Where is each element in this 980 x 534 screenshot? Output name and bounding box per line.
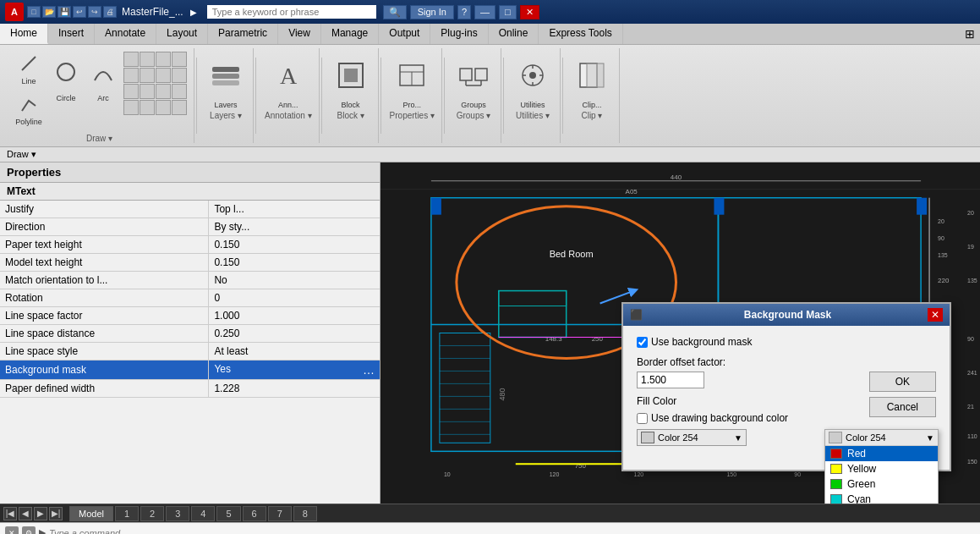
small-icon-12[interactable]	[172, 84, 187, 99]
search-icon[interactable]: 🔍	[383, 5, 407, 19]
tab-output[interactable]: Output	[379, 24, 430, 44]
color-option-cyan[interactable]: Cyan	[825, 492, 938, 504]
tab-1[interactable]: 1	[115, 506, 139, 521]
ribbon-expand-btn[interactable]: ⊞	[960, 24, 980, 44]
arrow-icon[interactable]: ▶	[190, 8, 197, 17]
ribbon-item-circle[interactable]: Circle	[49, 48, 83, 104]
tab-home[interactable]: Home	[0, 24, 48, 44]
property-row-1[interactable]: DirectionBy sty...	[0, 218, 380, 236]
small-icon-10[interactable]	[140, 84, 155, 99]
color-option-green[interactable]: Green	[825, 476, 938, 492]
cad-canvas[interactable]: 440 220 340 Bed Room	[381, 162, 980, 504]
small-icon-15[interactable]	[156, 100, 171, 115]
tab-insert[interactable]: Insert	[48, 24, 95, 44]
prop-action-9[interactable]: …	[363, 363, 375, 377]
dialog-close-btn[interactable]: ✕	[928, 308, 943, 322]
tab-model[interactable]: Model	[69, 506, 113, 521]
border-offset-input[interactable]	[637, 372, 704, 388]
small-icon-7[interactable]	[156, 68, 171, 83]
color-select-btn[interactable]: Color 254 ▼	[637, 429, 747, 446]
tab-online[interactable]: Online	[489, 24, 539, 44]
save-btn[interactable]: 💾	[57, 6, 71, 18]
print-btn[interactable]: 🖨	[103, 6, 117, 18]
tab-view[interactable]: View	[278, 24, 321, 44]
property-row-2[interactable]: Paper text height0.150	[0, 236, 380, 254]
property-row-3[interactable]: Model text height0.150	[0, 254, 380, 272]
command-settings-icon[interactable]: ⚙	[22, 526, 36, 535]
tab-3[interactable]: 3	[166, 506, 189, 521]
ribbon-item-properties[interactable]: Pro...	[391, 48, 432, 111]
property-row-6[interactable]: Line space factor1.000	[0, 307, 380, 325]
help-btn[interactable]: ?	[457, 5, 471, 19]
ribbon-item-annotate[interactable]: A Ann...	[268, 48, 309, 111]
small-icon-3[interactable]	[156, 52, 171, 67]
minimize-btn[interactable]: —	[474, 5, 495, 19]
tab-express[interactable]: Express Tools	[539, 24, 622, 44]
tab-parametric[interactable]: Parametric	[208, 24, 278, 44]
small-icon-2[interactable]	[140, 52, 155, 67]
property-row-7[interactable]: Line space distance0.250	[0, 325, 380, 343]
property-row-0[interactable]: JustifyTop l...	[0, 201, 380, 218]
redo-btn[interactable]: ↪	[88, 6, 101, 18]
ribbon-item-block[interactable]: Block	[331, 48, 371, 111]
small-icon-8[interactable]	[172, 68, 187, 83]
small-icon-9[interactable]	[123, 84, 139, 99]
nav-prev-btn[interactable]: ◀	[19, 507, 32, 520]
ribbon-item-clip[interactable]: Clip...	[572, 48, 612, 111]
ribbon-item-arc[interactable]: Arc	[86, 48, 120, 104]
new-btn[interactable]: □	[27, 6, 41, 18]
use-drawing-bg-checkbox[interactable]	[637, 413, 648, 424]
maximize-btn[interactable]: □	[499, 5, 517, 19]
ribbon-item-utilities[interactable]: Utilities	[512, 48, 553, 111]
color-option-red[interactable]: Red	[825, 446, 938, 461]
tab-plugins[interactable]: Plug-ins	[430, 24, 488, 44]
property-row-10[interactable]: Paper defined width1.228	[0, 380, 380, 398]
tab-8[interactable]: 8	[293, 506, 317, 521]
color-header-arrow[interactable]: ▼	[926, 433, 934, 443]
small-icon-13[interactable]	[123, 100, 139, 115]
command-input[interactable]	[49, 528, 975, 535]
color-option-yellow[interactable]: Yellow	[825, 461, 938, 476]
open-btn[interactable]: 📂	[42, 6, 56, 18]
search-input[interactable]	[207, 5, 376, 19]
ribbon-item-line[interactable]: Line	[12, 48, 46, 87]
small-icon-16[interactable]	[172, 100, 187, 115]
property-row-5[interactable]: Rotation0	[0, 289, 380, 307]
command-close-icon[interactable]: ✕	[5, 526, 19, 535]
properties-header: Properties	[0, 162, 380, 183]
property-row-9[interactable]: Background maskYes…	[0, 361, 380, 380]
use-mask-checkbox[interactable]	[637, 337, 648, 348]
tab-annotate[interactable]: Annotate	[95, 24, 156, 44]
small-icon-11[interactable]	[156, 84, 171, 99]
properties-scroll[interactable]: JustifyTop l...DirectionBy sty...Paper t…	[0, 201, 380, 504]
small-icon-4[interactable]	[172, 52, 187, 67]
prop-value-9[interactable]: Yes…	[209, 361, 380, 380]
ribbon-item-layers[interactable]: Lavers	[205, 48, 246, 111]
nav-next-btn[interactable]: ▶	[34, 507, 47, 520]
tab-layout[interactable]: Layout	[156, 24, 208, 44]
ribbon-item-groups[interactable]: Groups	[453, 48, 494, 111]
yellow-swatch	[830, 464, 842, 474]
tab-6[interactable]: 6	[243, 506, 266, 521]
property-row-8[interactable]: Line space styleAt least	[0, 343, 380, 361]
cancel-button[interactable]: Cancel	[869, 397, 936, 417]
small-icon-6[interactable]	[140, 68, 155, 83]
nav-first-btn[interactable]: |◀	[3, 507, 17, 520]
property-row-4[interactable]: Match orientation to l...No	[0, 272, 380, 289]
tab-4[interactable]: 4	[191, 506, 215, 521]
ok-button[interactable]: OK	[869, 372, 936, 392]
tab-2[interactable]: 2	[140, 506, 164, 521]
undo-btn[interactable]: ↩	[73, 6, 86, 18]
sign-in-btn[interactable]: Sign In	[410, 5, 454, 19]
close-btn[interactable]: ✕	[520, 5, 539, 19]
color-dropdown-arrow[interactable]: ▼	[734, 433, 742, 443]
tab-manage[interactable]: Manage	[321, 24, 379, 44]
tab-5[interactable]: 5	[216, 506, 240, 521]
small-icon-5[interactable]	[123, 68, 139, 83]
draw-label[interactable]: Draw ▾	[7, 149, 36, 159]
small-icon-1[interactable]	[123, 52, 139, 67]
ribbon-item-polyline[interactable]: Polyline	[12, 89, 46, 128]
tab-7[interactable]: 7	[268, 506, 292, 521]
small-icon-14[interactable]	[140, 100, 155, 115]
nav-last-btn[interactable]: ▶|	[49, 507, 63, 520]
